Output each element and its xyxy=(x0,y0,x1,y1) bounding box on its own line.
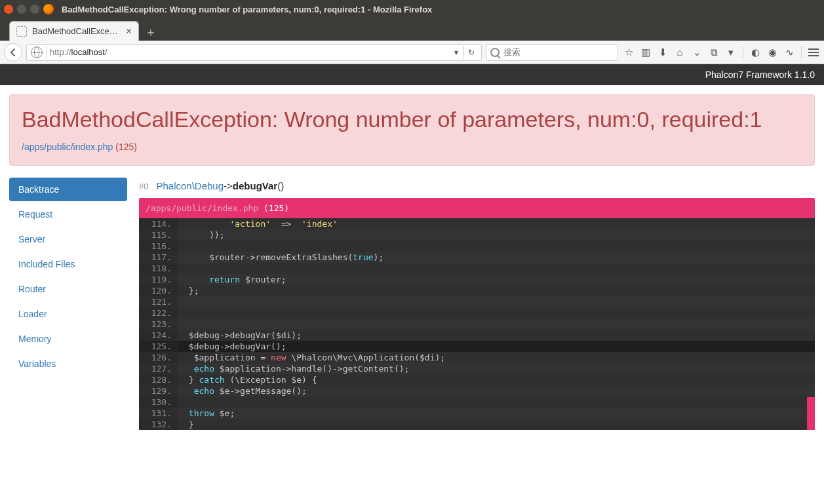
url-host: localhost xyxy=(71,47,105,57)
sidebar-item-included-files[interactable]: Included Files xyxy=(9,252,127,276)
scrollbar-track[interactable] xyxy=(807,397,815,430)
url-dropdown-button[interactable]: ▾ xyxy=(449,48,463,57)
trace-item: #0 Phalcon\Debug->debugVar() /apps/publi… xyxy=(139,178,815,430)
chevron-down-icon[interactable]: ▾ xyxy=(724,46,737,59)
line-number: 123. xyxy=(139,319,178,330)
code-file-path: /apps/public/index.php xyxy=(146,203,258,213)
code-row: 121. xyxy=(139,296,815,307)
sidebar-item-variables[interactable]: Variables xyxy=(9,352,127,376)
sidebar-item-backtrace[interactable]: Backtrace xyxy=(9,178,127,201)
line-number: 121. xyxy=(139,296,178,307)
line-number: 124. xyxy=(139,330,178,341)
code-row: 117. $router->removeExtraSlashes(true); xyxy=(139,252,815,263)
line-number: 129. xyxy=(139,385,178,397)
error-panel: BadMethodCallException: Wrong number of … xyxy=(9,94,815,166)
code-row: 130. xyxy=(139,397,815,408)
window-titlebar: BadMethodCallException: Wrong number of … xyxy=(0,0,824,18)
code-content xyxy=(178,296,815,307)
window-close-button[interactable] xyxy=(4,5,13,14)
tab-close-button[interactable]: × xyxy=(126,26,132,37)
home-icon[interactable]: ⌂ xyxy=(673,46,686,59)
line-number: 114. xyxy=(139,218,178,229)
code-content xyxy=(178,241,815,252)
tab-title: BadMethodCallExcepti... xyxy=(32,26,122,36)
firefox-icon xyxy=(43,4,54,14)
line-number: 117. xyxy=(139,252,178,263)
code-content: return $router; xyxy=(178,274,815,285)
trace-call: Phalcon\Debug->debugVar() xyxy=(156,180,284,191)
code-row: 125. $debug->debugVar(); xyxy=(139,341,815,352)
line-number: 119. xyxy=(139,274,178,285)
trace-index: #0 xyxy=(139,182,148,191)
trace-method: debugVar xyxy=(233,180,277,191)
error-file-link[interactable]: /apps/public/index.php xyxy=(22,142,113,152)
window-minimize-button[interactable] xyxy=(17,5,26,14)
sidebar-item-loader[interactable]: Loader xyxy=(9,302,127,326)
addon-icon[interactable]: ∿ xyxy=(783,46,796,59)
sidebar-item-router[interactable]: Router xyxy=(9,277,127,301)
line-number: 118. xyxy=(139,263,178,274)
sidebar-item-server[interactable]: Server xyxy=(9,227,127,251)
trace-args: () xyxy=(277,180,284,191)
line-number: 131. xyxy=(139,408,178,419)
code-content: $application = new \Phalcon\Mvc\Applicat… xyxy=(178,352,815,363)
page-body: Phalcon7 Framework 1.1.0 BadMethodCallEx… xyxy=(0,64,824,439)
code-content: $debug->debugVar($di); xyxy=(178,330,815,341)
tab-strip: BadMethodCallExcepti... × ＋ xyxy=(0,18,824,41)
pocket-icon[interactable]: ⌄ xyxy=(690,46,703,59)
screenshot-icon[interactable]: ⧉ xyxy=(707,46,720,59)
reload-button[interactable]: ↻ xyxy=(464,48,479,57)
url-box[interactable]: http://localhost/ ▾ ↻ xyxy=(26,44,482,61)
trace-namespace[interactable]: Phalcon\Debug xyxy=(156,180,224,191)
code-row: 124. $debug->debugVar($di); xyxy=(139,330,815,341)
url-path: / xyxy=(105,47,108,57)
code-content xyxy=(178,319,815,330)
search-input[interactable] xyxy=(503,47,614,57)
toolbar-separator xyxy=(743,46,743,59)
url-scheme: http:// xyxy=(50,47,71,57)
menu-button[interactable] xyxy=(807,46,820,59)
line-number: 120. xyxy=(139,285,178,296)
back-button[interactable] xyxy=(4,43,22,62)
line-number: 125. xyxy=(139,341,178,352)
trace-arrow: -> xyxy=(224,180,233,191)
code-content: }; xyxy=(178,285,815,296)
addon-icon[interactable]: ◉ xyxy=(766,46,779,59)
code-content: )); xyxy=(178,229,815,241)
addon-icon[interactable]: ◐ xyxy=(749,46,762,59)
code-row: 123. xyxy=(139,319,815,330)
new-tab-button[interactable]: ＋ xyxy=(142,24,160,41)
globe-icon xyxy=(31,47,43,58)
browser-tab[interactable]: BadMethodCallExcepti... × xyxy=(9,21,139,41)
code-file-line: (125) xyxy=(264,203,289,213)
code-content: echo $application->handle()->getContent(… xyxy=(178,363,815,374)
code-row: 118. xyxy=(139,263,815,274)
tab-favicon xyxy=(16,26,27,37)
error-path: /apps/public/index.php (125) xyxy=(22,142,802,152)
framework-bar: Phalcon7 Framework 1.1.0 xyxy=(0,64,824,85)
code-row: 126. $application = new \Phalcon\Mvc\App… xyxy=(139,352,815,363)
code-content xyxy=(178,397,815,408)
library-icon[interactable]: ▥ xyxy=(639,46,652,59)
window-title: BadMethodCallException: Wrong number of … xyxy=(62,5,432,14)
line-number: 132. xyxy=(139,419,178,430)
sidebar-item-memory[interactable]: Memory xyxy=(9,327,127,351)
code-content: } xyxy=(178,419,815,430)
window-maximize-button[interactable] xyxy=(30,5,39,14)
sidebar-item-request[interactable]: Request xyxy=(9,203,127,226)
sidebar: Backtrace Request Server Included Files … xyxy=(9,178,127,377)
code-row: 114. 'action' => 'index' xyxy=(139,218,815,229)
downloads-icon[interactable]: ⬇ xyxy=(656,46,669,59)
line-number: 127. xyxy=(139,363,178,374)
browser-toolbar: http://localhost/ ▾ ↻ ☆ ▥ ⬇ ⌂ ⌄ ⧉ ▾ ◐ ◉ … xyxy=(0,41,824,64)
search-box[interactable] xyxy=(486,44,618,61)
code-content: $router->removeExtraSlashes(true); xyxy=(178,252,815,263)
url-text[interactable]: http://localhost/ xyxy=(47,47,449,57)
bookmark-star-icon[interactable]: ☆ xyxy=(622,46,635,59)
code-row: 122. xyxy=(139,307,815,319)
code-body: 114. 'action' => 'index'115. ));116.117.… xyxy=(139,218,815,430)
code-content: $debug->debugVar(); xyxy=(178,341,815,352)
line-number: 122. xyxy=(139,307,178,319)
code-block: /apps/public/index.php (125) 114. 'actio… xyxy=(139,198,815,430)
code-row: 115. )); xyxy=(139,229,815,241)
